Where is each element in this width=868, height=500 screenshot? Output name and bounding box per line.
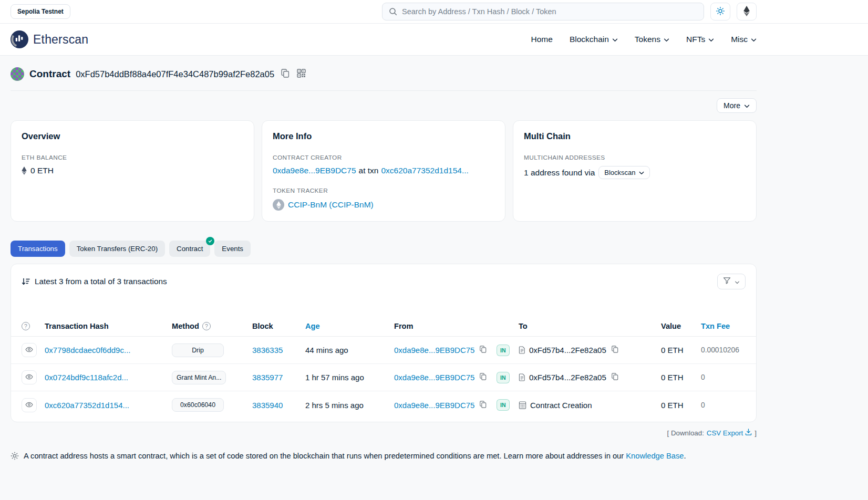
- download-icon: [745, 429, 752, 437]
- block-link[interactable]: 3836335: [252, 346, 283, 355]
- qr-icon: [297, 69, 306, 79]
- from-address-link[interactable]: 0xda9e8e...9EB9DC75: [394, 346, 474, 355]
- multichain-addresses-label: MULTICHAIN ADDRESSES: [524, 154, 746, 161]
- search-icon: [389, 7, 397, 16]
- copy-icon: [611, 346, 618, 355]
- value-cell: 0 ETH: [661, 401, 701, 410]
- blockscan-dropdown[interactable]: Blockscan: [598, 166, 649, 179]
- copy-from-button[interactable]: [478, 345, 488, 356]
- tip-icon: [11, 452, 19, 460]
- csv-export-link[interactable]: CSV Export: [707, 429, 752, 437]
- tab-contract[interactable]: Contract: [169, 241, 210, 257]
- summary-cards: Overview ETH BALANCE 0 ETH More Info CON…: [11, 120, 757, 222]
- more-info-title: More Info: [273, 131, 494, 141]
- ethereum-icon: [22, 166, 27, 175]
- col-method: Method: [172, 322, 199, 330]
- copy-from-button[interactable]: [478, 372, 488, 383]
- eth-balance-value: 0 ETH: [30, 166, 54, 175]
- tx-preview-button[interactable]: [22, 398, 37, 412]
- nav-home[interactable]: Home: [531, 35, 553, 44]
- block-link[interactable]: 3835940: [252, 401, 283, 410]
- help-icon[interactable]: ?: [202, 322, 211, 330]
- sort-icon: [22, 278, 30, 285]
- chevron-down-icon: [639, 169, 644, 176]
- contract-address: 0xFd57b4ddBf88a4e07fF4e34C487b99af2Fe82a…: [76, 69, 274, 79]
- download-suffix: ]: [755, 429, 757, 437]
- nav-blockchain[interactable]: Blockchain: [570, 35, 618, 44]
- network-badge[interactable]: Sepolia Testnet: [11, 4, 70, 19]
- theme-toggle-button[interactable]: [710, 3, 730, 20]
- chevron-down-icon: [612, 35, 618, 44]
- col-age-toggle[interactable]: Age: [305, 322, 320, 330]
- eye-icon: [25, 346, 33, 354]
- token-tracker-link[interactable]: CCIP-BnM (CCIP-BnM): [288, 200, 374, 210]
- table-header-row: ? Transaction Hash Method? Block Age Fro…: [11, 316, 756, 337]
- copy-icon: [479, 401, 487, 410]
- token-tracker-label: TOKEN TRACKER: [273, 187, 494, 194]
- nav-misc[interactable]: Misc: [731, 35, 757, 44]
- from-address-link[interactable]: 0xda9e8e...9EB9DC75: [394, 373, 474, 382]
- contract-doc-icon: [519, 346, 525, 354]
- multichain-title: Multi Chain: [524, 131, 746, 141]
- etherscan-logo-icon: [11, 30, 28, 48]
- main-nav: Home Blockchain Tokens NFTs Misc: [531, 35, 757, 44]
- address-blockie-avatar: [11, 67, 24, 81]
- age-cell: 44 mins ago: [305, 346, 394, 355]
- tab-events[interactable]: Events: [214, 241, 251, 257]
- eye-icon: [25, 401, 33, 409]
- ethereum-icon: [743, 6, 750, 18]
- copy-icon: [479, 346, 487, 355]
- network-switcher-button[interactable]: [737, 3, 757, 20]
- creator-address-link[interactable]: 0xda9e8e...9EB9DC75: [273, 166, 356, 175]
- help-icon[interactable]: ?: [22, 322, 30, 330]
- copy-address-button[interactable]: [280, 68, 291, 80]
- col-transaction-hash: Transaction Hash: [45, 322, 172, 330]
- chevron-down-icon: [744, 101, 750, 110]
- creator-connector-text: at txn: [359, 166, 379, 175]
- from-address-link[interactable]: 0xda9e8e...9EB9DC75: [394, 401, 474, 410]
- qr-code-button[interactable]: [296, 68, 307, 80]
- heading-divider: [11, 90, 757, 91]
- copy-to-button[interactable]: [610, 372, 619, 383]
- knowledge-base-link[interactable]: Knowledge Base: [626, 452, 684, 460]
- tx-preview-button[interactable]: [22, 343, 37, 357]
- search-box[interactable]: [382, 3, 704, 20]
- tx-hash-link[interactable]: 0x0724bdf9c118afc2d...: [45, 373, 128, 382]
- nav-nfts[interactable]: NFTs: [686, 35, 714, 44]
- more-button[interactable]: More: [717, 98, 757, 113]
- col-txn-fee-toggle[interactable]: Txn Fee: [701, 322, 730, 330]
- download-prefix: [ Download:: [667, 429, 704, 437]
- tx-hash-link[interactable]: 0xc620a77352d1d154...: [45, 401, 129, 410]
- footnote-text: A contract address hosts a smart contrac…: [24, 452, 624, 460]
- top-bar: Sepolia Testnet: [0, 0, 868, 24]
- creation-txn-link[interactable]: 0xc620a77352d1d154...: [381, 166, 468, 175]
- tab-transactions[interactable]: Transactions: [11, 241, 65, 257]
- col-block: Block: [252, 322, 305, 330]
- search-input[interactable]: [402, 7, 697, 16]
- chevron-down-icon: [664, 35, 669, 44]
- block-link[interactable]: 3835977: [252, 373, 283, 382]
- copy-from-button[interactable]: [478, 400, 488, 411]
- chevron-down-icon: [751, 35, 757, 44]
- contract-creation-label: Contract Creation: [530, 401, 592, 410]
- tx-preview-button[interactable]: [22, 370, 37, 384]
- multichain-card: Multi Chain MULTICHAIN ADDRESSES 1 addre…: [513, 120, 757, 222]
- copy-icon: [281, 69, 290, 79]
- transactions-summary: Latest 3 from a total of 3 transactions: [35, 277, 167, 286]
- etherscan-logo[interactable]: Etherscan: [11, 30, 88, 48]
- col-to: To: [519, 322, 661, 330]
- contract-creation-icon: [519, 401, 526, 409]
- copy-to-button[interactable]: [610, 345, 619, 356]
- to-address: 0xFd57b4...2Fe82a05: [529, 346, 606, 355]
- direction-badge: IN: [497, 372, 510, 383]
- tab-bar: Transactions Token Transfers (ERC-20) Co…: [11, 241, 757, 257]
- nav-tokens[interactable]: Tokens: [635, 35, 669, 44]
- filter-button[interactable]: [717, 274, 746, 289]
- col-from: From: [394, 322, 497, 330]
- tab-token-transfers[interactable]: Token Transfers (ERC-20): [69, 241, 165, 257]
- method-badge: Grant Mint An...: [172, 371, 226, 384]
- funnel-icon: [723, 277, 731, 286]
- brand-name: Etherscan: [33, 33, 88, 47]
- table-row: 0x7798dcdaec0f6dd9c... Drip 3836335 44 m…: [11, 337, 756, 364]
- tx-hash-link[interactable]: 0x7798dcdaec0f6dd9c...: [45, 346, 130, 355]
